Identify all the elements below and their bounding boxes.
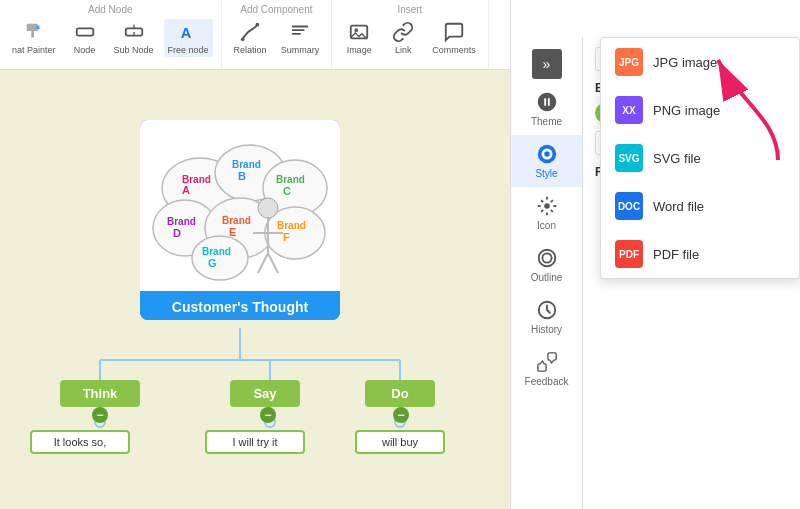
sidebar-item-icon[interactable]: Icon	[511, 187, 582, 239]
image-btn[interactable]: Image	[340, 19, 378, 57]
svg-point-55	[544, 151, 550, 157]
free-node-btn[interactable]: A Free node	[164, 19, 213, 57]
svg-icon-text: SVG	[618, 153, 639, 164]
svg-text:D: D	[173, 227, 181, 239]
export-dropdown: JPG JPG image XX PNG image SVG SVG file …	[600, 37, 800, 279]
leaf-do[interactable]: will buy	[355, 430, 445, 454]
svg-text:A: A	[182, 184, 190, 196]
summary-btn[interactable]: Summary	[277, 19, 324, 57]
do-minus[interactable]: −	[393, 407, 409, 423]
summary-label: Summary	[281, 45, 320, 55]
insert-label: Insert	[397, 4, 422, 15]
export-jpg-item[interactable]: JPG JPG image	[601, 38, 799, 86]
icon-nav-label: Icon	[537, 220, 556, 231]
tool-settings-panel: » Theme Style Icon Outline History	[510, 0, 800, 509]
insert-icons: Image Link Comments	[340, 19, 480, 57]
link-btn[interactable]: Link	[384, 19, 422, 57]
svg-rect-1	[31, 30, 34, 37]
relation-btn[interactable]: Relation	[230, 19, 271, 57]
child-node-think[interactable]: Think	[60, 380, 140, 407]
history-nav-label: History	[531, 324, 562, 335]
leaf-say-label: I will try it	[232, 436, 277, 448]
add-component-label: Add Component	[240, 4, 312, 15]
comments-label: Comments	[432, 45, 476, 55]
expand-btn[interactable]: »	[532, 49, 562, 79]
svg-icon: SVG	[615, 144, 643, 172]
sidebar-item-theme[interactable]: Theme	[511, 83, 582, 135]
svg-text:Brand: Brand	[232, 159, 261, 170]
word-icon-text: DOC	[618, 201, 640, 212]
word-label: Word file	[653, 199, 704, 214]
node-label: Node	[74, 45, 96, 55]
leaf-think[interactable]: It looks so,	[30, 430, 130, 454]
svg-label: SVG file	[653, 151, 701, 166]
svg-point-8	[355, 28, 359, 32]
svg-point-56	[544, 203, 550, 209]
export-pdf-item[interactable]: PDF PDF file	[601, 230, 799, 278]
say-label: Say	[253, 386, 276, 401]
svg-point-6	[256, 23, 260, 27]
think-label: Think	[83, 386, 118, 401]
word-icon: DOC	[615, 192, 643, 220]
svg-text:C: C	[283, 185, 291, 197]
sidebar-item-outline[interactable]: Outline	[511, 239, 582, 291]
link-label: Link	[395, 45, 412, 55]
add-component-section: Add Component Relation Summary	[222, 0, 333, 69]
svg-text:B: B	[238, 170, 246, 182]
child-node-say[interactable]: Say	[230, 380, 300, 407]
svg-point-48	[258, 198, 278, 218]
free-node-label: Free node	[168, 45, 209, 55]
export-png-item[interactable]: XX PNG image	[601, 86, 799, 134]
add-node-label: Add Node	[88, 4, 132, 15]
pdf-icon: PDF	[615, 240, 643, 268]
svg-line-51	[258, 253, 268, 273]
mindmap-root[interactable]: Brand A Brand B Brand C Brand D Brand E …	[140, 120, 340, 320]
relation-label: Relation	[234, 45, 267, 55]
svg-text:G: G	[208, 257, 217, 269]
node-btn[interactable]: Node	[66, 19, 104, 57]
feedback-nav-label: Feedback	[525, 376, 569, 387]
style-nav-label: Style	[535, 168, 557, 179]
sub-node-label: Sub Node	[114, 45, 154, 55]
png-icon-text: XX	[622, 105, 635, 116]
svg-rect-2	[76, 28, 93, 35]
child-node-do[interactable]: Do	[365, 380, 435, 407]
jpg-label: JPG image	[653, 55, 717, 70]
pdf-icon-text: PDF	[619, 249, 639, 260]
svg-text:Brand: Brand	[222, 215, 251, 226]
add-node-section: Add Node nat Painter Node Sub Node A Fre…	[0, 0, 222, 69]
format-painter-label: nat Painter	[12, 45, 56, 55]
outline-nav-label: Outline	[531, 272, 563, 283]
say-minus[interactable]: −	[260, 407, 276, 423]
sidebar-item-style[interactable]: Style	[511, 135, 582, 187]
thought-bubbles-svg: Brand A Brand B Brand C Brand D Brand E …	[150, 128, 330, 283]
canvas-area[interactable]: Brand A Brand B Brand C Brand D Brand E …	[0, 70, 510, 509]
do-label: Do	[391, 386, 408, 401]
svg-text:Brand: Brand	[277, 220, 306, 231]
leaf-say[interactable]: I will try it	[205, 430, 305, 454]
export-svg-item[interactable]: SVG SVG file	[601, 134, 799, 182]
leaf-do-label: will buy	[382, 436, 418, 448]
svg-text:F: F	[283, 231, 290, 243]
svg-text:E: E	[229, 226, 236, 238]
sub-node-btn[interactable]: Sub Node	[110, 19, 158, 57]
add-component-icons: Relation Summary	[230, 19, 324, 57]
theme-nav-label: Theme	[531, 116, 562, 127]
export-word-item[interactable]: DOC Word file	[601, 182, 799, 230]
jpg-icon: JPG	[615, 48, 643, 76]
image-label: Image	[347, 45, 372, 55]
svg-point-57	[538, 250, 555, 267]
svg-line-52	[268, 253, 278, 273]
think-minus[interactable]: −	[92, 407, 108, 423]
png-icon: XX	[615, 96, 643, 124]
svg-text:Brand: Brand	[202, 246, 231, 257]
sidebar-item-history[interactable]: History	[511, 291, 582, 343]
settings-sidebar: » Theme Style Icon Outline History	[511, 37, 583, 509]
insert-section: Insert Image Link Comments	[332, 0, 489, 69]
format-painter-btn[interactable]: nat Painter	[8, 19, 60, 57]
svg-point-33	[192, 236, 248, 280]
leaf-think-label: It looks so,	[54, 436, 107, 448]
svg-text:Brand: Brand	[276, 174, 305, 185]
sidebar-item-feedback[interactable]: Feedback	[511, 343, 582, 395]
comments-btn[interactable]: Comments	[428, 19, 480, 57]
